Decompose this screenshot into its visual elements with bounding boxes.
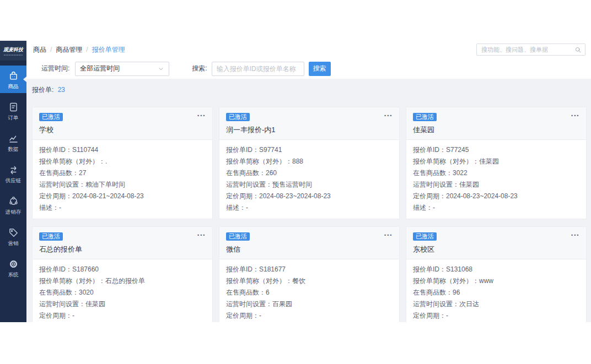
ellipsis-menu-icon[interactable]: ... bbox=[197, 107, 206, 119]
card-body: 报价单ID：S110744 报价单简称（对外）：. 在售商品数：27 运营时间设… bbox=[33, 140, 212, 218]
quotation-card[interactable]: 已激活 石总的报价单 ... 报价单ID：S187660 报价单简称（对外）：石… bbox=[32, 226, 213, 322]
card-title: 润一丰报价-内1 bbox=[226, 125, 393, 135]
operating-time-select[interactable]: 全部运营时间 bbox=[75, 62, 169, 76]
breadcrumb-separator: / bbox=[86, 46, 88, 53]
quotation-card[interactable]: 已激活 东校区 ... 报价单ID：S131068 报价单简称（对外）：www … bbox=[406, 226, 587, 322]
sidebar-item-supply-chain[interactable]: 供应链 bbox=[0, 158, 26, 189]
sidebar-item-label: 订单 bbox=[8, 115, 19, 120]
card-header: 已激活 学校 ... bbox=[33, 107, 212, 140]
card-field: 报价单简称（对外）：石总的报价单 bbox=[39, 275, 206, 287]
status-badge: 已激活 bbox=[413, 232, 437, 241]
quotation-count-label: 报价单: bbox=[32, 86, 53, 94]
brand-logo-text: 观麦科技 bbox=[3, 46, 23, 53]
sidebar-item-label: 数据 bbox=[8, 146, 19, 151]
breadcrumb-item-goods-management[interactable]: 商品管理 bbox=[56, 45, 82, 55]
quotation-card[interactable]: 已激活 润一丰报价-内1 ... 报价单ID：S97741 报价单简称（对外）：… bbox=[219, 107, 400, 219]
sidebar-item-marketing[interactable]: 营销 bbox=[0, 221, 26, 252]
card-body: 报价单ID：S97741 报价单简称（对外）：888 在售商品数：260 运营时… bbox=[219, 140, 399, 218]
card-title: 东校区 bbox=[413, 245, 579, 254]
sidebar-item-data[interactable]: 数据 bbox=[0, 127, 26, 158]
sidebar-nav: 商品 订单 数据 bbox=[0, 61, 26, 284]
chevron-down-icon bbox=[158, 66, 164, 72]
card-field: 定价周期：- bbox=[413, 310, 579, 322]
status-badge: 已激活 bbox=[226, 113, 250, 121]
content-area: 报价单: 23 已激活 学校 ... 报价单ID：S110744 报价单简称（对… bbox=[26, 79, 591, 322]
app-window: 观麦科技 商品 订单 bbox=[0, 41, 591, 322]
card-header: 已激活 东校区 ... bbox=[406, 227, 586, 259]
operating-time-value: 全部运营时间 bbox=[80, 64, 158, 73]
card-title: 石总的报价单 bbox=[39, 245, 206, 254]
quotation-search-input[interactable] bbox=[212, 62, 304, 76]
card-field: 报价单ID：S97741 bbox=[226, 144, 393, 156]
quotation-card-grid: 已激活 学校 ... 报价单ID：S110744 报价单简称（对外）：. 在售商… bbox=[32, 107, 587, 322]
price-tag-icon bbox=[8, 227, 19, 238]
line-chart-icon bbox=[8, 133, 19, 144]
card-title: 微信 bbox=[226, 245, 393, 254]
main-area: 商品 / 商品管理 / 报价单管理 运营时间: 全部运营时间 bbox=[26, 41, 591, 322]
ellipsis-menu-icon[interactable]: ... bbox=[384, 227, 393, 239]
quotation-card[interactable]: 已激活 佳菜园 ... 报价单ID：S77245 报价单简称（对外）：佳菜园 在… bbox=[406, 107, 587, 219]
card-field: 在售商品数：3020 bbox=[39, 287, 206, 298]
topbar: 商品 / 商品管理 / 报价单管理 bbox=[26, 41, 591, 58]
card-field: 运营时间设置：百果园 bbox=[226, 298, 393, 310]
card-field: 在售商品数：27 bbox=[39, 167, 206, 179]
search-label: 搜索: bbox=[192, 64, 207, 73]
card-field: 报价单简称（对外）：餐饮 bbox=[226, 275, 393, 287]
operating-time-label: 运营时间: bbox=[41, 64, 69, 73]
card-header: 已激活 佳菜园 ... bbox=[406, 107, 586, 140]
card-title: 佳菜园 bbox=[413, 125, 579, 135]
global-search-input[interactable] bbox=[480, 46, 574, 53]
card-field: 报价单简称（对外）：888 bbox=[226, 156, 393, 167]
swap-arrows-icon bbox=[8, 164, 19, 176]
card-header: 已激活 石总的报价单 ... bbox=[33, 227, 212, 259]
sidebar-item-orders[interactable]: 订单 bbox=[0, 95, 26, 127]
search-button[interactable]: 搜索 bbox=[309, 62, 331, 76]
sidebar-item-goods[interactable]: 商品 bbox=[0, 66, 26, 93]
filter-bar: 运营时间: 全部运营时间 搜索: 搜索 bbox=[26, 58, 591, 79]
card-field: 在售商品数：3022 bbox=[413, 167, 579, 179]
card-field: 定价周期：- bbox=[39, 310, 206, 322]
card-field: 定价周期：2024-08-23~2024-08-23 bbox=[413, 191, 579, 202]
breadcrumb: 商品 / 商品管理 / 报价单管理 bbox=[33, 45, 125, 55]
card-field: 报价单ID：S187660 bbox=[39, 264, 206, 275]
sidebar-item-system[interactable]: 系统 bbox=[0, 252, 26, 284]
shopping-bag-icon bbox=[8, 70, 19, 82]
sidebar-item-label: 供应链 bbox=[6, 177, 22, 183]
card-field: 在售商品数：96 bbox=[413, 287, 579, 298]
search-icon[interactable] bbox=[574, 46, 582, 53]
global-search-box[interactable] bbox=[476, 44, 585, 56]
card-field: 描述：- bbox=[39, 202, 206, 214]
card-field: 报价单简称（对外）：佳菜园 bbox=[413, 156, 579, 167]
ellipsis-menu-icon[interactable]: ... bbox=[571, 227, 579, 239]
card-field: 描述：- bbox=[226, 202, 393, 214]
network-icon bbox=[8, 195, 19, 207]
ellipsis-menu-icon[interactable]: ... bbox=[571, 107, 579, 119]
sidebar-item-label: 商品 bbox=[8, 83, 19, 89]
card-header: 已激活 微信 ... bbox=[219, 227, 399, 259]
breadcrumb-item-goods[interactable]: 商品 bbox=[33, 45, 46, 55]
ellipsis-menu-icon[interactable]: ... bbox=[197, 227, 206, 239]
status-badge: 已激活 bbox=[413, 113, 437, 121]
card-field: 报价单ID：S110744 bbox=[39, 144, 206, 156]
card-body: 报价单ID：S181677 报价单简称（对外）：餐饮 在售商品数：6 运营时间设… bbox=[219, 259, 399, 322]
card-field: 定价周期：2024-08-21~2024-08-23 bbox=[39, 191, 206, 202]
ellipsis-menu-icon[interactable]: ... bbox=[384, 107, 393, 119]
card-field: 报价单ID：S77245 bbox=[413, 144, 579, 156]
card-body: 报价单ID：S187660 报价单简称（对外）：石总的报价单 在售商品数：302… bbox=[33, 259, 212, 322]
card-field: 报价单ID：S181677 bbox=[226, 264, 393, 275]
sidebar-item-label: 系统 bbox=[8, 271, 19, 277]
quotation-card[interactable]: 已激活 微信 ... 报价单ID：S181677 报价单简称（对外）：餐饮 在售… bbox=[219, 226, 400, 322]
card-field: 运营时间设置：佳菜园 bbox=[39, 298, 206, 310]
quotation-card[interactable]: 已激活 学校 ... 报价单ID：S110744 报价单简称（对外）：. 在售商… bbox=[32, 107, 213, 219]
card-body: 报价单ID：S131068 报价单简称（对外）：www 在售商品数：96 运营时… bbox=[406, 259, 586, 322]
card-field: 在售商品数：260 bbox=[226, 167, 393, 179]
card-title: 学校 bbox=[39, 125, 206, 135]
document-icon bbox=[8, 101, 19, 113]
sidebar-item-inventory[interactable]: 进销存 bbox=[0, 189, 26, 221]
status-badge: 已激活 bbox=[39, 232, 63, 241]
active-item-notch bbox=[23, 77, 26, 82]
card-field: 报价单简称（对外）：www bbox=[413, 275, 579, 287]
gear-icon bbox=[8, 258, 19, 270]
breadcrumb-separator: / bbox=[50, 46, 52, 53]
breadcrumb-item-quotation-management: 报价单管理 bbox=[92, 45, 125, 55]
